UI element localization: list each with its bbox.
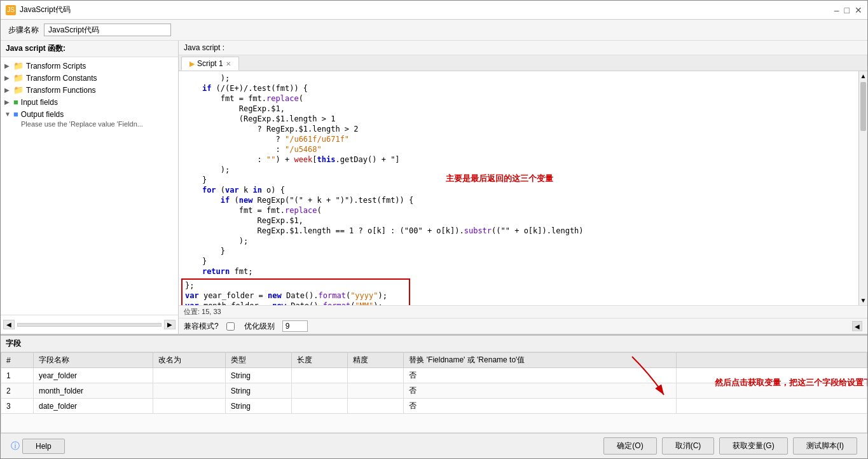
left-panel: Java script 函数: ▶ 📁 Transform Scripts ▶ …: [1, 41, 179, 334]
help-button[interactable]: Help: [22, 439, 65, 454]
code-line-hl: };: [185, 281, 406, 291]
code-line: fmt = fmt.replace(: [179, 206, 858, 216]
main-window: JS JavaScript代码 – □ ✕ 步骤名称 Java script 函…: [0, 0, 868, 459]
opt-level-label: 优化级别: [244, 321, 275, 332]
cell-precision-1: [348, 368, 404, 383]
maximize-button[interactable]: □: [844, 5, 850, 15]
code-line: }: [179, 247, 858, 257]
step-name-label: 步骤名称: [8, 25, 39, 36]
code-line: : "") + week[this.getDay() + "]: [179, 155, 858, 165]
footer: ⓘ Help 确定(O) 取消(C) 获取变量(G) 测试脚本(I): [1, 433, 867, 458]
tree-item-output-fields[interactable]: ▼ ■ Output fields: [1, 108, 178, 120]
col-length: 长度: [291, 353, 347, 368]
minimize-button[interactable]: –: [834, 5, 839, 15]
script-tab-label: Script 1: [197, 59, 223, 68]
expand-icon-functions: ▶: [4, 86, 11, 93]
code-line: for (var k in o) {: [179, 186, 858, 196]
right-panel: Java script : ▶ Script 1 ✕ ); if (/(E+)/…: [179, 41, 867, 334]
script-tab-icon: ▶: [189, 60, 195, 68]
cell-name-3: date_folder: [34, 399, 153, 414]
expand-icon-output: ▼: [4, 111, 11, 118]
code-line: ? RegExp.$1.length > 2: [179, 125, 858, 135]
table-row-empty: [1, 414, 867, 433]
status-bar: 位置: 15, 33: [179, 305, 867, 318]
expand-icon-constants: ▶: [4, 74, 11, 81]
tree-item-transform-scripts[interactable]: ▶ 📁 Transform Scripts: [1, 60, 178, 72]
app-icon: JS: [6, 5, 16, 15]
empty-row: [1, 414, 867, 433]
cell-name-1: year_folder: [34, 368, 153, 383]
right-panel-header: Java script :: [179, 41, 867, 55]
tree-item-transform-constants[interactable]: ▶ 📁 Transform Constants: [1, 72, 178, 84]
code-line: : "/u5468": [179, 145, 858, 155]
folder-icon-functions: 📁: [13, 85, 24, 95]
col-extra: [677, 353, 867, 368]
step-row: 步骤名称: [1, 20, 867, 41]
code-line: ? "/u661f/u671f": [179, 135, 858, 145]
cell-rename-1: [153, 368, 225, 383]
script-tab-1[interactable]: ▶ Script 1 ✕: [181, 57, 239, 71]
output-icon: ■: [13, 109, 18, 119]
vertical-scrollbar[interactable]: ▲ ▼: [858, 71, 867, 305]
code-line: );: [179, 74, 858, 84]
tree-child-output: Please use the 'Replace value 'Fieldn...: [1, 120, 178, 128]
tree-label-input: Input fields: [21, 98, 58, 107]
code-line: }: [179, 257, 858, 267]
left-panel-header: Java script 函数:: [1, 41, 178, 57]
script-tab-bar: ▶ Script 1 ✕: [179, 55, 867, 71]
annotation-bottom: 然后点击获取变量，把这三个字段给设置下: [715, 377, 867, 388]
code-line: return fmt;: [179, 267, 858, 277]
help-area: ⓘ Help: [11, 439, 65, 454]
expand-button[interactable]: ◀: [852, 321, 862, 331]
footer-buttons: 确定(O) 取消(C) 获取变量(G) 测试脚本(I): [603, 437, 857, 455]
opt-level-input[interactable]: [282, 320, 308, 332]
confirm-button[interactable]: 确定(O): [603, 437, 656, 455]
bottom-section: 字段 # 字段名称 改名为 类型 长度 精度 替换 'Fieldname' 或 …: [1, 334, 867, 433]
cell-precision-2: [348, 383, 404, 399]
tab-close-icon[interactable]: ✕: [226, 60, 231, 67]
code-editor[interactable]: ); if (/(E+)/.test(fmt)) { fmt = fmt.rep…: [179, 71, 858, 305]
main-area: Java script 函数: ▶ 📁 Transform Scripts ▶ …: [1, 41, 867, 334]
scroll-left-btn[interactable]: ◀: [3, 320, 15, 329]
table-row: 2 month_folder String 否 然后点击获取变量，把这三个字段给…: [1, 383, 867, 399]
compat-checkbox[interactable]: [226, 322, 235, 331]
col-rename: 改名为: [153, 353, 225, 368]
fields-table: # 字段名称 改名为 类型 长度 精度 替换 'Fieldname' 或 'Re…: [1, 352, 867, 433]
fields-header: 字段: [1, 336, 867, 352]
cell-type-2: String: [225, 383, 291, 399]
highlight-block: }; var year_folder = new Date().format("…: [181, 278, 410, 305]
tree-item-transform-functions[interactable]: ▶ 📁 Transform Functions: [1, 84, 178, 96]
code-line: );: [179, 236, 858, 247]
test-script-button[interactable]: 测试脚本(I): [793, 437, 857, 455]
code-line: RegExp.$1,: [179, 216, 858, 226]
scroll-right-btn[interactable]: ▶: [164, 320, 176, 329]
tree-item-input-fields[interactable]: ▶ ■ Input fields: [1, 96, 178, 108]
code-line: if (new RegExp("(" + k + ")").test(fmt))…: [179, 196, 858, 206]
step-name-input[interactable]: [44, 24, 171, 36]
cancel-button[interactable]: 取消(C): [662, 437, 715, 455]
input-icon: ■: [13, 97, 18, 107]
cell-rename-2: [153, 383, 225, 399]
title-bar: JS JavaScript代码 – □ ✕: [1, 1, 867, 20]
compat-row: 兼容模式? 优化级别 ◀: [179, 318, 867, 334]
cell-precision-3: [348, 399, 404, 414]
tree-label-output: Output fields: [21, 110, 64, 119]
cell-name-2: month_folder: [34, 383, 153, 399]
code-line-hl: var month_folder = new Date().format("MM…: [185, 301, 406, 305]
fields-table-container: # 字段名称 改名为 类型 长度 精度 替换 'Fieldname' 或 'Re…: [1, 352, 867, 433]
expand-icon-scripts: ▶: [4, 62, 11, 69]
folder-icon-constants: 📁: [13, 73, 24, 83]
cell-rename-3: [153, 399, 225, 414]
code-line-hl: var year_folder = new Date().format("yyy…: [185, 291, 406, 301]
col-type: 类型: [225, 353, 291, 368]
code-line: fmt = fmt.replace(: [179, 94, 858, 104]
left-panel-scroll: ◀ ▶: [1, 315, 178, 334]
cell-replace-3: 否: [404, 399, 677, 414]
cell-length-3: [291, 399, 347, 414]
get-vars-button[interactable]: 获取变量(G): [719, 437, 787, 455]
close-button[interactable]: ✕: [855, 5, 862, 15]
code-line: if (/(E+)/.test(fmt)) {: [179, 84, 858, 94]
cell-extra-3: [677, 399, 867, 414]
code-line: (RegExp.$1.length > 1: [179, 114, 858, 125]
cell-length-2: [291, 383, 347, 399]
